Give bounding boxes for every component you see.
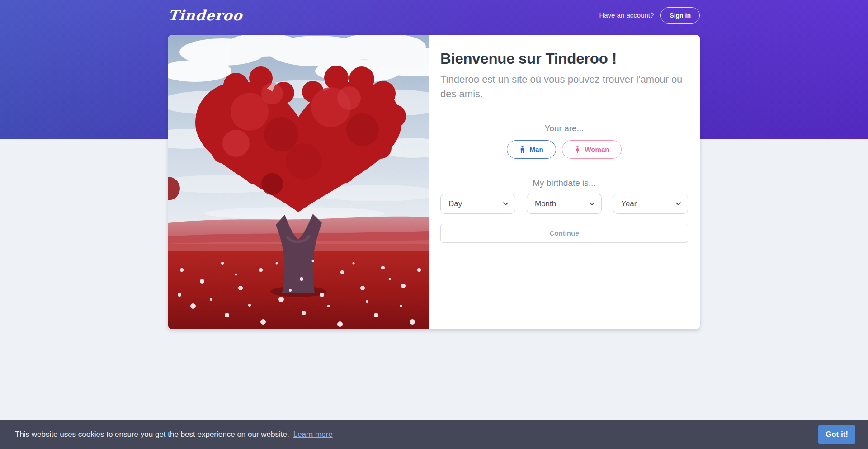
welcome-card: Bienvenue sur Tinderoo ! Tinderoo est un… — [168, 35, 700, 329]
year-select-wrap: Year — [613, 194, 688, 214]
page-title: Bienvenue sur Tinderoo ! — [440, 50, 688, 67]
birthdate-prompt-label: My birthdate is... — [440, 178, 688, 188]
man-icon — [519, 146, 525, 153]
nav-right-group: Have an account? Sign in — [599, 7, 700, 24]
year-select[interactable]: Year — [613, 194, 688, 214]
learn-more-link[interactable]: Learn more — [293, 430, 333, 439]
man-button[interactable]: Man — [507, 140, 556, 159]
day-select[interactable]: Day — [440, 194, 515, 214]
got-it-button[interactable]: Got it! — [818, 425, 855, 444]
heart-tree-image — [168, 35, 429, 329]
day-select-wrap: Day — [440, 194, 515, 214]
cookie-message: This website uses cookies to ensure you … — [15, 430, 289, 439]
woman-icon — [575, 146, 580, 153]
page-subtitle: Tinderoo est un site où vous pouvez trou… — [440, 72, 688, 101]
man-button-label: Man — [530, 146, 543, 153]
tinderoo-logo[interactable]: Tinderoo — [168, 7, 243, 24]
cookie-consent-bar: This website uses cookies to ensure you … — [0, 420, 868, 449]
continue-button[interactable]: Continue — [440, 224, 688, 243]
birthdate-select-row: Day Month Year — [440, 194, 688, 214]
navbar: Tinderoo Have an account? Sign in — [168, 0, 700, 26]
sign-in-button[interactable]: Sign in — [660, 7, 700, 24]
month-select-wrap: Month — [527, 194, 602, 214]
gender-prompt-label: Your are... — [440, 123, 688, 133]
main-content: Bienvenue sur Tinderoo ! Tinderoo est un… — [168, 35, 700, 329]
heart-tree-illustration — [168, 35, 429, 329]
signup-panel: Bienvenue sur Tinderoo ! Tinderoo est un… — [429, 35, 700, 329]
woman-button-label: Woman — [585, 146, 609, 153]
woman-button[interactable]: Woman — [562, 140, 622, 159]
month-select[interactable]: Month — [527, 194, 602, 214]
have-account-label: Have an account? — [599, 11, 654, 19]
gender-button-row: Man Woman — [440, 140, 688, 159]
